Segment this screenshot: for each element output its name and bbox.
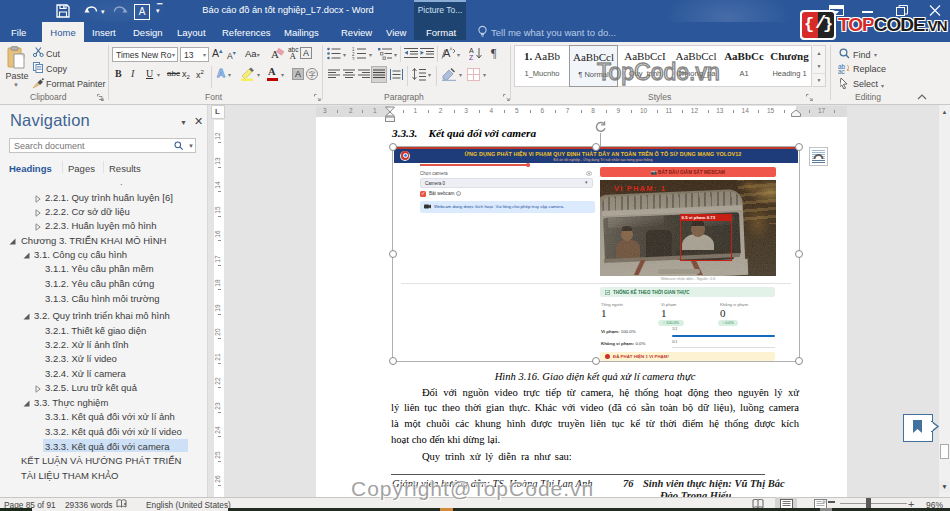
svg-text:3: 3 bbox=[352, 57, 355, 61]
svg-text:Z: Z bbox=[469, 54, 474, 61]
svg-text:A: A bbox=[290, 51, 297, 60]
svg-text:A: A bbox=[469, 47, 474, 54]
svg-text:ac: ac bbox=[838, 68, 846, 74]
